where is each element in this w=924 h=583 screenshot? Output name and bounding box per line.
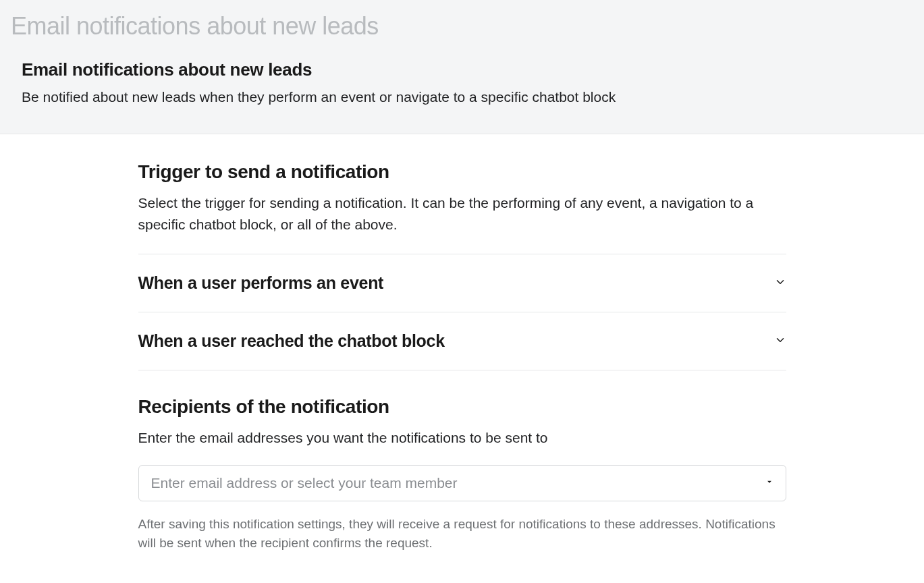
main-content: Trigger to send a notification Select th…: [138, 134, 786, 583]
divider: [138, 370, 786, 370]
page-title-outer: Email notifications about new leads: [0, 0, 924, 59]
header-band: Email notifications about new leads Emai…: [0, 0, 924, 134]
chevron-down-icon: [774, 334, 786, 349]
email-recipient-input[interactable]: [138, 465, 786, 501]
recipients-title: Recipients of the notification: [138, 396, 786, 418]
chevron-down-icon: [774, 276, 786, 291]
accordion-item-user-event[interactable]: When a user performs an event: [138, 254, 786, 312]
accordion-label: When a user performs an event: [138, 273, 384, 293]
section-title: Email notifications about new leads: [22, 59, 902, 80]
trigger-title: Trigger to send a notification: [138, 161, 786, 183]
recipients-description: Enter the email addresses you want the n…: [138, 427, 786, 449]
accordion-item-chatbot-block[interactable]: When a user reached the chatbot block: [138, 312, 786, 370]
recipients-footnote: After saving this notification settings,…: [138, 515, 786, 553]
email-select-wrap: [138, 465, 786, 501]
section-header: Email notifications about new leads Be n…: [0, 59, 924, 107]
trigger-description: Select the trigger for sending a notific…: [138, 192, 786, 235]
recipients-block: Recipients of the notification Enter the…: [138, 396, 786, 553]
accordion-label: When a user reached the chatbot block: [138, 331, 445, 351]
section-subtitle: Be notified about new leads when they pe…: [22, 87, 902, 107]
